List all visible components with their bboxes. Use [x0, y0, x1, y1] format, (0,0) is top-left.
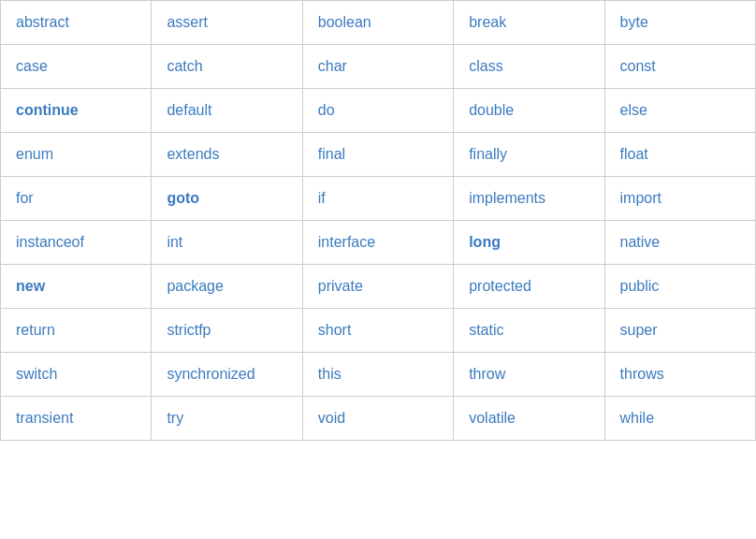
keyword-cell: final [302, 133, 453, 177]
keyword-cell: private [302, 265, 453, 309]
table-row: forgotoifimplementsimport [1, 177, 756, 221]
keyword-cell: boolean [302, 1, 453, 45]
keyword-cell: switch [1, 353, 152, 397]
table-row: transienttryvoidvolatilewhile [1, 397, 756, 441]
keyword-cell: package [152, 265, 302, 309]
keyword-cell: new [1, 265, 152, 309]
keyword-cell: public [604, 265, 755, 309]
table-row: returnstrictfpshortstaticsuper [1, 309, 756, 353]
keyword-cell: transient [1, 397, 152, 441]
keyword-cell: static [454, 309, 604, 353]
keyword-cell: abstract [1, 1, 152, 45]
keyword-cell: float [604, 133, 755, 177]
keyword-cell: class [454, 45, 604, 89]
keyword-cell: long [454, 221, 604, 265]
keyword-cell: case [1, 45, 152, 89]
keyword-cell: double [454, 89, 604, 133]
keyword-cell: import [604, 177, 755, 221]
table-row: casecatchcharclassconst [1, 45, 756, 89]
table-row: newpackageprivateprotectedpublic [1, 265, 756, 309]
keyword-cell: strictfp [152, 309, 302, 353]
keyword-cell: goto [152, 177, 302, 221]
keyword-cell: char [302, 45, 453, 89]
keyword-cell: volatile [454, 397, 604, 441]
keyword-cell: enum [1, 133, 152, 177]
keyword-cell: throw [454, 353, 604, 397]
keyword-cell: instanceof [1, 221, 152, 265]
keyword-cell: extends [152, 133, 302, 177]
keyword-cell: native [604, 221, 755, 265]
keyword-cell: super [604, 309, 755, 353]
keyword-cell: for [1, 177, 152, 221]
keyword-cell: this [302, 353, 453, 397]
keyword-cell: throws [604, 353, 755, 397]
keyword-cell: if [302, 177, 453, 221]
keyword-cell: implements [454, 177, 604, 221]
keywords-table: abstractassertbooleanbreakbytecasecatchc… [0, 0, 756, 441]
table-row: enumextendsfinalfinallyfloat [1, 133, 756, 177]
keyword-cell: synchronized [152, 353, 302, 397]
keyword-cell: do [302, 89, 453, 133]
keyword-cell: try [152, 397, 302, 441]
table-row: switchsynchronizedthisthrowthrows [1, 353, 756, 397]
table-row: abstractassertbooleanbreakbyte [1, 1, 756, 45]
keyword-cell: else [604, 89, 755, 133]
keyword-cell: int [152, 221, 302, 265]
keyword-cell: finally [454, 133, 604, 177]
table-row: instanceofintinterfacelongnative [1, 221, 756, 265]
keyword-cell: return [1, 309, 152, 353]
keyword-cell: break [454, 1, 604, 45]
keyword-cell: interface [302, 221, 453, 265]
keyword-cell: continue [1, 89, 152, 133]
table-row: continuedefaultdodoubleelse [1, 89, 756, 133]
keyword-cell: default [152, 89, 302, 133]
keyword-cell: void [302, 397, 453, 441]
keyword-cell: while [604, 397, 755, 441]
keyword-cell: short [302, 309, 453, 353]
keyword-cell: protected [454, 265, 604, 309]
keyword-cell: assert [152, 1, 302, 45]
keyword-cell: catch [152, 45, 302, 89]
keyword-cell: const [604, 45, 755, 89]
keyword-cell: byte [604, 1, 755, 45]
